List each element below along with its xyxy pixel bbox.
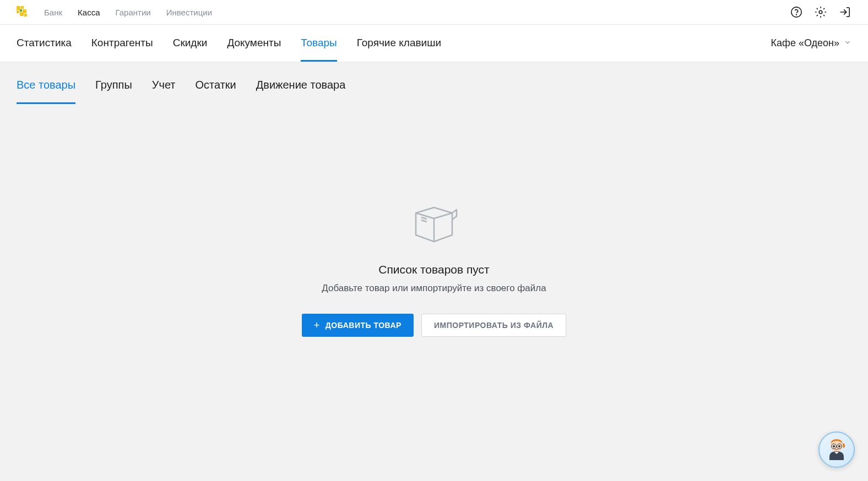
subnav-stock[interactable]: Остатки (196, 79, 236, 104)
svg-rect-6 (24, 14, 27, 17)
nav-statistics[interactable]: Статистика (17, 25, 72, 62)
svg-rect-5 (20, 12, 24, 16)
nav-discounts[interactable]: Скидки (173, 25, 208, 62)
nav-products[interactable]: Товары (301, 25, 337, 62)
nav-documents[interactable]: Документы (227, 25, 281, 62)
subnav-groups[interactable]: Группы (95, 79, 132, 104)
org-name: Кафе «Одеон» (771, 37, 839, 49)
main-nav-left: Статистика Контрагенты Скидки Документы … (17, 25, 441, 62)
nav-hotkeys[interactable]: Горячие клавиши (357, 25, 441, 62)
subnav-all-products[interactable]: Все товары (17, 79, 75, 104)
subnav-movement[interactable]: Движение товара (256, 79, 346, 104)
logout-icon[interactable] (838, 6, 851, 19)
org-selector[interactable]: Кафе «Одеон» (771, 37, 851, 49)
top-nav-investments[interactable]: Инвестиции (166, 8, 212, 17)
empty-subtitle: Добавьте товар или импортируйте из своег… (322, 283, 546, 294)
svg-point-11 (833, 445, 835, 447)
add-product-label: ДОБАВИТЬ ТОВАР (326, 321, 402, 330)
import-file-label: ИМПОРТИРОВАТЬ ИЗ ФАЙЛА (434, 321, 554, 330)
help-icon[interactable] (790, 6, 803, 19)
svg-point-8 (796, 14, 797, 15)
chevron-down-icon (844, 37, 851, 49)
svg-rect-1 (21, 6, 24, 9)
add-product-button[interactable]: + ДОБАВИТЬ ТОВАР (302, 314, 414, 337)
svg-point-7 (791, 7, 801, 17)
plus-icon: + (314, 320, 320, 330)
logo[interactable] (17, 6, 29, 18)
nav-counterparties[interactable]: Контрагенты (91, 25, 153, 62)
top-bar: Банк Касса Гарантии Инвестиции (0, 0, 868, 25)
svg-rect-0 (17, 6, 20, 10)
content-area: Все товары Группы Учет Остатки Движение … (0, 62, 868, 481)
import-file-button[interactable]: ИМПОРТИРОВАТЬ ИЗ ФАЙЛА (421, 314, 566, 337)
top-nav-guarantees[interactable]: Гарантии (115, 8, 150, 17)
subnav-accounting[interactable]: Учет (152, 79, 176, 104)
top-nav-kassa[interactable]: Касса (78, 8, 100, 17)
empty-state: Список товаров пуст Добавьте товар или и… (17, 104, 851, 337)
gear-icon[interactable] (814, 6, 827, 19)
top-bar-left: Банк Касса Гарантии Инвестиции (17, 6, 212, 18)
svg-rect-2 (17, 10, 19, 13)
svg-point-12 (838, 445, 840, 447)
empty-title: Список товаров пуст (378, 263, 489, 276)
svg-point-9 (819, 10, 822, 14)
sub-nav: Все товары Группы Учет Остатки Движение … (17, 62, 851, 104)
chat-assistant-button[interactable] (818, 431, 855, 468)
top-bar-right (790, 6, 851, 19)
empty-actions: + ДОБАВИТЬ ТОВАР ИМПОРТИРОВАТЬ ИЗ ФАЙЛА (302, 314, 566, 337)
main-nav: Статистика Контрагенты Скидки Документы … (0, 25, 868, 62)
top-nav-bank[interactable]: Банк (44, 8, 62, 17)
box-icon (409, 203, 459, 247)
svg-rect-3 (20, 9, 22, 12)
